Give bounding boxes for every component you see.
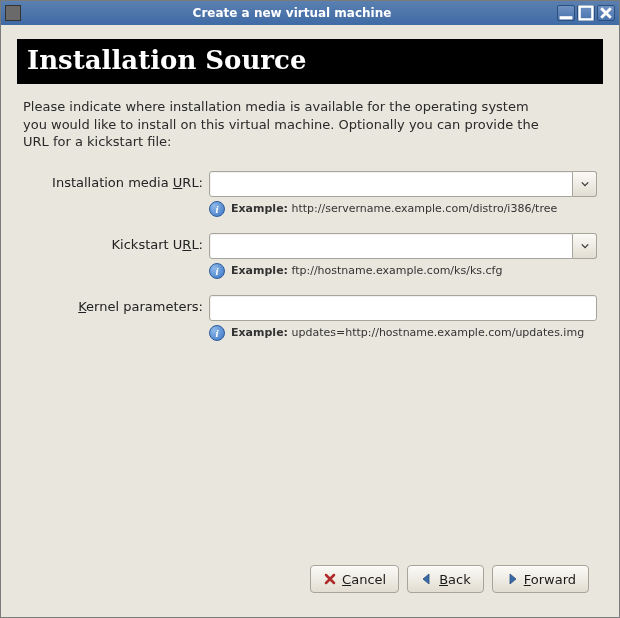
button-bar: Cancel Back Forward xyxy=(17,555,603,607)
form-grid: Installation media URL: i Example: http:… xyxy=(23,171,597,353)
arrow-left-icon xyxy=(420,572,434,586)
app-icon xyxy=(5,5,21,21)
media-url-combo xyxy=(209,171,597,197)
svg-rect-0 xyxy=(560,16,573,19)
window-frame: Create a new virtual machine Installatio… xyxy=(0,0,620,618)
titlebar: Create a new virtual machine xyxy=(1,1,619,25)
minimize-button[interactable] xyxy=(557,5,575,21)
cancel-icon xyxy=(323,572,337,586)
kickstart-url-combo xyxy=(209,233,597,259)
kernel-params-hint: i Example: updates=http://hostname.examp… xyxy=(209,325,597,341)
cancel-button[interactable]: Cancel xyxy=(310,565,399,593)
media-url-label: Installation media URL: xyxy=(23,171,203,197)
arrow-right-icon xyxy=(505,572,519,586)
page-title: Installation Source xyxy=(17,39,603,84)
close-button[interactable] xyxy=(597,5,615,21)
info-icon: i xyxy=(209,201,225,217)
chevron-down-icon xyxy=(581,181,589,187)
spacer xyxy=(17,353,603,555)
svg-rect-1 xyxy=(580,7,593,20)
maximize-button[interactable] xyxy=(577,5,595,21)
close-icon xyxy=(598,5,614,21)
maximize-icon xyxy=(578,5,594,21)
window-title: Create a new virtual machine xyxy=(27,6,557,20)
media-url-hint: i Example: http://servername.example.com… xyxy=(209,201,597,217)
window-controls xyxy=(557,5,615,21)
minimize-icon xyxy=(558,5,574,21)
info-icon: i xyxy=(209,325,225,341)
back-button[interactable]: Back xyxy=(407,565,484,593)
media-url-dropdown-button[interactable] xyxy=(573,171,597,197)
kernel-params-label: Kernel parameters: xyxy=(23,295,203,321)
kickstart-url-label: Kickstart URL: xyxy=(23,233,203,259)
info-icon: i xyxy=(209,263,225,279)
kernel-params-input[interactable] xyxy=(209,295,597,321)
kickstart-url-hint: i Example: ftp://hostname.example.com/ks… xyxy=(209,263,597,279)
forward-button[interactable]: Forward xyxy=(492,565,589,593)
chevron-down-icon xyxy=(581,243,589,249)
kernel-params-field-wrap xyxy=(209,295,597,321)
kickstart-url-input[interactable] xyxy=(209,233,573,259)
dialog-content: Installation Source Please indicate wher… xyxy=(1,25,619,617)
intro-text: Please indicate where installation media… xyxy=(23,98,543,151)
kickstart-url-dropdown-button[interactable] xyxy=(573,233,597,259)
media-url-input[interactable] xyxy=(209,171,573,197)
